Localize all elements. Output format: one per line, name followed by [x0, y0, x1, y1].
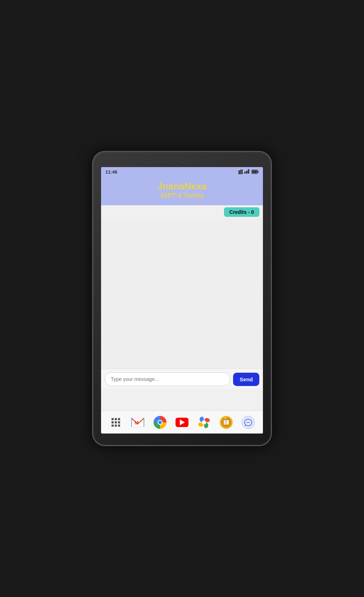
status-time: 11:46: [105, 169, 117, 175]
signal-icon: [244, 169, 250, 174]
svg-rect-8: [252, 171, 257, 173]
app-header: JnanaNexa (GPT-4 Turbo): [101, 176, 263, 205]
credits-bar: Credits - 0: [101, 205, 263, 219]
svg-rect-7: [258, 171, 259, 173]
svg-rect-1: [240, 170, 242, 174]
svg-point-22: [247, 422, 247, 422]
app-subtitle: (GPT-4 Turbo): [101, 192, 263, 199]
svg-marker-5: [248, 169, 249, 174]
apps-grid-icon[interactable]: [109, 415, 123, 430]
tablet-device: 11:46: [92, 151, 272, 446]
svg-text:M: M: [135, 420, 139, 426]
camera: [179, 158, 185, 163]
send-button[interactable]: Send: [233, 373, 259, 386]
grid-icon: [112, 418, 120, 427]
svg-point-24: [249, 422, 250, 422]
chrome-icon[interactable]: [153, 415, 167, 430]
status-icons: [238, 169, 259, 174]
photos-icon[interactable]: [197, 415, 211, 430]
svg-rect-0: [238, 170, 240, 174]
keyboard-area: [101, 389, 263, 410]
app-title: JnanaNexa: [101, 181, 263, 192]
gmail-icon[interactable]: M: [131, 415, 145, 430]
sim-icon: [238, 169, 243, 174]
svg-text:✦: ✦: [224, 417, 227, 420]
message-input[interactable]: [105, 372, 230, 386]
jnana-app-icon[interactable]: ✦: [219, 415, 233, 430]
youtube-icon[interactable]: [175, 415, 189, 430]
svg-marker-3: [244, 172, 246, 174]
svg-rect-2: [242, 169, 243, 174]
credits-badge[interactable]: Credits - 0: [224, 207, 259, 217]
svg-point-13: [202, 420, 206, 425]
battery-icon: [251, 170, 259, 174]
input-bar: Send: [101, 368, 263, 389]
tablet-screen: 11:46: [101, 167, 263, 434]
svg-point-23: [248, 422, 249, 422]
nav-dock: M: [101, 410, 263, 434]
status-bar: 11:46: [101, 167, 263, 176]
svg-marker-4: [246, 171, 247, 174]
chat-app-icon[interactable]: [241, 415, 255, 430]
chat-area[interactable]: [101, 219, 263, 368]
